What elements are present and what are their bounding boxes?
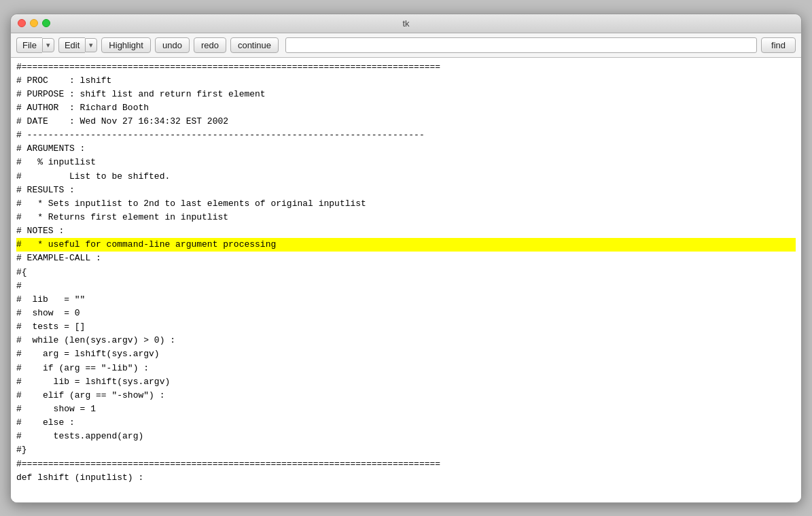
code-line: # while (len(sys.argv) > 0) :	[16, 334, 796, 347]
title-bar: tk	[11, 14, 801, 33]
code-line: # EXAMPLE-CALL :	[16, 252, 796, 265]
main-window: tk File ▾ Edit ▾ Highlight undo redo con…	[10, 14, 802, 503]
code-line: # DATE : Wed Nov 27 16:34:32 EST 2002	[16, 115, 796, 128]
code-line: # show = 1	[16, 402, 796, 416]
code-line: # elif (arg == "-show") :	[16, 389, 796, 402]
code-line: #=======================================…	[16, 458, 796, 471]
redo-button[interactable]: redo	[194, 37, 226, 53]
code-line: # lib = ""	[16, 293, 796, 307]
code-line: def lshift (inputlist) :	[16, 471, 796, 485]
edit-dropdown[interactable]: Edit ▾	[58, 37, 97, 53]
search-input[interactable]	[285, 37, 757, 53]
code-line: # * Returns first element in inputlist	[16, 211, 796, 224]
code-line: # NOTES :	[16, 224, 796, 238]
code-line: #=======================================…	[16, 61, 796, 74]
code-line: # * useful for command-line argument pro…	[16, 238, 796, 252]
code-editor[interactable]: #=======================================…	[11, 58, 801, 502]
code-line: # show = 0	[16, 307, 796, 320]
maximize-button[interactable]	[42, 19, 50, 27]
code-line: # RESULTS :	[16, 184, 796, 197]
code-line: # else :	[16, 416, 796, 430]
highlight-button[interactable]: Highlight	[101, 37, 151, 53]
file-dropdown[interactable]: File ▾	[16, 37, 54, 53]
find-button[interactable]: find	[761, 37, 796, 53]
window-title: tk	[402, 18, 409, 29]
code-line: # PURPOSE : shift list and return first …	[16, 88, 796, 101]
code-line: # --------------------------------------…	[16, 128, 796, 142]
edit-label[interactable]: Edit	[58, 37, 85, 53]
code-line: # * Sets inputlist to 2nd to last elemen…	[16, 197, 796, 211]
code-line: # AUTHOR : Richard Booth	[16, 101, 796, 115]
file-label[interactable]: File	[16, 37, 42, 53]
code-line: # lib = lshift(sys.argv)	[16, 375, 796, 389]
undo-button[interactable]: undo	[155, 37, 190, 53]
close-button[interactable]	[18, 19, 26, 27]
code-line: #}	[16, 443, 796, 457]
code-line: # % inputlist	[16, 156, 796, 169]
code-line: # List to be shifted.	[16, 170, 796, 184]
code-line: # if (arg == "-lib") :	[16, 362, 796, 375]
toolbar: File ▾ Edit ▾ Highlight undo redo contin…	[11, 33, 801, 58]
code-line: #	[16, 279, 796, 293]
code-line: # PROC : lshift	[16, 74, 796, 88]
minimize-button[interactable]	[30, 19, 38, 27]
search-field-container	[285, 37, 757, 53]
window-controls	[18, 19, 50, 27]
file-arrow-icon[interactable]: ▾	[42, 38, 54, 52]
edit-arrow-icon[interactable]: ▾	[85, 38, 97, 52]
code-line: # arg = lshift(sys.argv)	[16, 347, 796, 361]
code-line: #{	[16, 266, 796, 279]
code-line: # tests = []	[16, 320, 796, 334]
continue-button[interactable]: continue	[230, 37, 279, 53]
code-line: # ARGUMENTS :	[16, 142, 796, 156]
code-line: # tests.append(arg)	[16, 430, 796, 443]
